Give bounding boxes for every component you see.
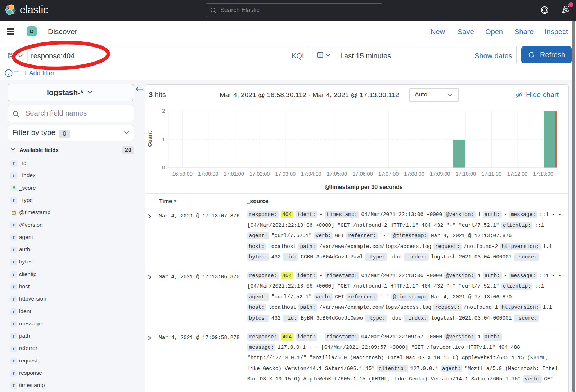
svg-text:17:05:00: 17:05:00	[327, 171, 347, 177]
svg-text:17:10:00: 17:10:00	[456, 171, 476, 177]
svg-text:2: 2	[162, 108, 165, 114]
svg-text:17:06:00: 17:06:00	[352, 171, 373, 177]
svg-text:17:08:00: 17:08:00	[404, 171, 424, 177]
svg-text:17:09:00: 17:09:00	[430, 171, 450, 177]
svg-text:16:59:00: 16:59:00	[172, 171, 192, 177]
svg-text:17:03:00: 17:03:00	[275, 171, 296, 177]
svg-text:17:13:00: 17:13:00	[533, 171, 553, 177]
svg-text:1: 1	[162, 136, 165, 142]
svg-text:0: 0	[162, 165, 165, 170]
svg-text:17:00:00: 17:00:00	[198, 171, 218, 177]
svg-text:17:12:00: 17:12:00	[507, 171, 527, 177]
svg-text:17:02:00: 17:02:00	[249, 171, 270, 177]
svg-text:17:11:00: 17:11:00	[482, 171, 501, 177]
svg-text:17:07:00: 17:07:00	[378, 171, 399, 177]
svg-text:17:04:00: 17:04:00	[301, 171, 321, 177]
svg-text:17:01:00: 17:01:00	[224, 171, 244, 177]
svg-text:Count: Count	[147, 131, 153, 147]
